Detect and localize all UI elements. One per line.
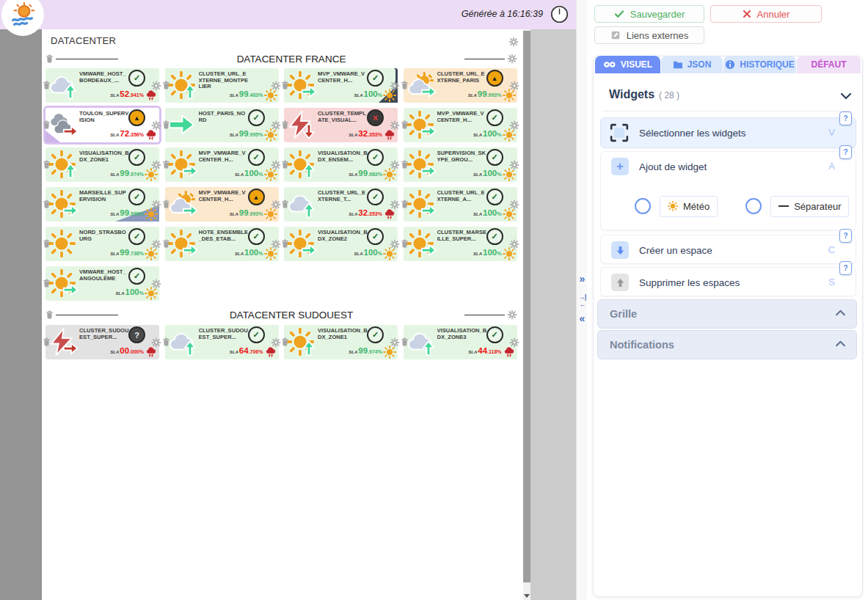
help-icon[interactable]: ? — [839, 145, 852, 159]
weather-widget-tile[interactable]: CLUSTER_TEMPLATE_VISUAL... × SLA32.353% — [284, 108, 398, 142]
weather-widget-tile[interactable]: CLUSTER_MARSEILLE_SUPER... ✓ SLA100% — [404, 227, 517, 261]
tab-visuel[interactable]: VISUEL — [595, 56, 660, 73]
separator-trash-icon[interactable] — [45, 310, 54, 320]
weather-widget-tile[interactable]: CLUSTER_URL_EXTERNE_PARIS ▲ SLA99.993% — [404, 68, 517, 103]
trash-icon[interactable] — [42, 238, 51, 249]
create-space-row[interactable]: Créer un espace C ? — [600, 235, 856, 264]
tile-settings-gear-icon[interactable] — [271, 120, 281, 131]
weather-widget-tile[interactable]: SUPERVISION_SKYPE_GROU... ✓ SLA100% — [404, 147, 517, 182]
trash-icon[interactable] — [161, 337, 171, 347]
scroll-down-button[interactable] — [523, 591, 530, 600]
tile-settings-gear-icon[interactable] — [509, 81, 519, 91]
trash-icon[interactable] — [42, 120, 51, 130]
weather-widget-tile[interactable]: NORD_STRASBOURG ✓ SLA99.738% — [45, 227, 159, 261]
weather-widget-tile[interactable]: MARSEILLE_SUPERVISION ✓ SLA99.998% — [45, 187, 159, 222]
weather-widget-tile[interactable]: HOTE_ENSEMBLE_DES_ETAB... ✓ SLA100% — [165, 227, 279, 261]
weather-widget-tile[interactable]: VISUALISATION_BDX_ZONE1 ✓ SLA99.974% — [45, 147, 159, 182]
trash-icon[interactable] — [400, 238, 409, 249]
tile-settings-gear-icon[interactable] — [271, 239, 281, 249]
weather-widget-tile[interactable]: MVP_VMWARE_VCENTER_H... ✓ SLA100% — [284, 68, 398, 103]
trash-icon[interactable] — [161, 80, 171, 90]
tile-settings-gear-icon[interactable] — [151, 160, 161, 170]
group-settings-gear-icon[interactable] — [508, 37, 519, 47]
trash-icon[interactable] — [42, 337, 51, 347]
tab-json[interactable]: JSON — [661, 56, 723, 73]
trash-icon[interactable] — [280, 80, 290, 90]
trash-icon[interactable] — [400, 80, 409, 90]
tile-settings-gear-icon[interactable] — [509, 200, 519, 210]
trash-icon[interactable] — [42, 199, 51, 209]
weather-widget-tile[interactable]: VISUALISATION_BDX_ZONE2 ✓ SLA100% — [284, 227, 398, 261]
weather-widget-tile[interactable]: MVP_VMWARE_VCENTER_H... ✓ SLA100% — [404, 108, 517, 142]
grille-section-header[interactable]: Grille — [597, 299, 857, 329]
trash-icon[interactable] — [161, 199, 171, 209]
weather-widget-tile[interactable]: TOULON_SUPERVISION ▲ SLA72.356% — [45, 108, 159, 142]
weather-widget-tile[interactable]: CLUSTER_URL_EXTERNE_T... ✓ SLA32.353% — [284, 187, 398, 222]
separator-trash-icon[interactable] — [45, 54, 54, 64]
delete-spaces-row[interactable]: Supprimer les espaces S ? — [600, 267, 856, 296]
weather-widget-tile[interactable]: VISUALISATION_BDX_ZONE3 ✓ SLA44.118% — [404, 325, 517, 359]
help-icon[interactable]: ? — [839, 111, 852, 125]
clock-icon[interactable] — [550, 5, 569, 23]
tile-settings-gear-icon[interactable] — [390, 200, 400, 210]
trash-icon[interactable] — [42, 159, 51, 169]
separator-option-button[interactable]: Séparateur — [770, 196, 849, 217]
trash-icon[interactable] — [42, 278, 51, 288]
trash-icon[interactable] — [280, 238, 290, 249]
trash-icon[interactable] — [280, 159, 290, 169]
trash-icon[interactable] — [280, 199, 290, 209]
tile-settings-gear-icon[interactable] — [390, 239, 400, 249]
external-links-button[interactable]: Liens externes — [594, 26, 704, 44]
weather-widget-tile[interactable]: VMWARE_HOST_ANGOULÊME ✓ SLA100% — [45, 266, 159, 301]
tile-settings-gear-icon[interactable] — [271, 160, 281, 170]
trash-icon[interactable] — [400, 337, 409, 347]
tile-settings-gear-icon[interactable] — [151, 200, 161, 210]
tab-historique[interactable]: HISTORIQUE — [723, 56, 796, 73]
weather-widget-tile[interactable]: MVP_VMWARE_VCENTER_H... ▲ SLA99.993% — [165, 187, 279, 222]
weather-widget-tile[interactable]: HOST_PARIS_NORD ✓ SLA99.995% — [165, 108, 279, 142]
tile-settings-gear-icon[interactable] — [151, 279, 161, 289]
chevron-down-icon[interactable] — [840, 92, 852, 100]
trash-icon[interactable] — [161, 238, 171, 249]
tile-settings-gear-icon[interactable] — [509, 239, 519, 249]
tile-settings-gear-icon[interactable] — [271, 200, 281, 210]
notifications-section-header[interactable]: Notifications — [597, 330, 857, 359]
trash-icon[interactable] — [280, 337, 290, 347]
separator-gear-icon[interactable] — [507, 310, 517, 320]
tile-settings-gear-icon[interactable] — [509, 337, 519, 348]
center-split-icon[interactable]: →|← — [577, 293, 588, 308]
weather-widget-tile[interactable]: CLUSTER_URL_EXTERNE_MONTPELIER SLA99.483… — [165, 68, 279, 103]
radio-meteo[interactable] — [635, 198, 651, 214]
tile-settings-gear-icon[interactable] — [509, 160, 519, 170]
meteo-option-button[interactable]: Météo — [660, 196, 718, 217]
collapse-panel-icon[interactable]: « — [577, 312, 588, 324]
weather-widget-tile[interactable]: VISUALISATION_BDX_ZONE1 ✓ SLA99.974% — [284, 325, 398, 359]
separator-gear-icon[interactable] — [507, 54, 517, 64]
trash-icon[interactable] — [400, 120, 409, 130]
add-widget-row[interactable]: + Ajout de widget — [601, 152, 856, 181]
trash-icon[interactable] — [280, 120, 290, 130]
tile-settings-gear-icon[interactable] — [271, 337, 281, 348]
tile-settings-gear-icon[interactable] — [390, 160, 400, 170]
tile-settings-gear-icon[interactable] — [390, 120, 400, 131]
tile-settings-gear-icon[interactable] — [151, 239, 161, 249]
help-icon[interactable]: ? — [839, 229, 852, 243]
trash-icon[interactable] — [42, 80, 51, 90]
tab-defaut[interactable]: DÉFAUT — [797, 56, 861, 73]
expand-panel-icon[interactable]: » — [577, 273, 588, 285]
scrollbar-thumb[interactable] — [523, 31, 530, 582]
weather-widget-tile[interactable]: CLUSTER_URL_EXTERNE_A... ✓ SLA100% — [404, 187, 517, 222]
radio-separateur[interactable] — [745, 198, 762, 214]
tile-settings-gear-icon[interactable] — [509, 120, 519, 131]
tile-settings-gear-icon[interactable] — [271, 81, 281, 91]
tile-settings-gear-icon[interactable] — [390, 81, 400, 91]
dashboard-canvas[interactable]: DATACENTER DATACENTER FRANCE VMWARE_HOST… — [42, 29, 523, 600]
weather-widget-tile[interactable]: VISUALISATION_BDX_ENSEM... ✓ SLA99.983% — [284, 147, 398, 182]
select-widgets-row[interactable]: Sélectionner les widgets V ? — [600, 117, 856, 148]
tile-settings-gear-icon[interactable] — [390, 337, 400, 348]
tile-settings-gear-icon[interactable] — [151, 337, 161, 348]
trash-icon[interactable] — [161, 120, 171, 130]
trash-icon[interactable] — [161, 159, 171, 169]
canvas-scrollbar[interactable] — [523, 29, 530, 600]
weather-widget-tile[interactable]: CLUSTER_SUDOUEST_SUPER... ✓ SLA64.706% — [165, 325, 279, 359]
